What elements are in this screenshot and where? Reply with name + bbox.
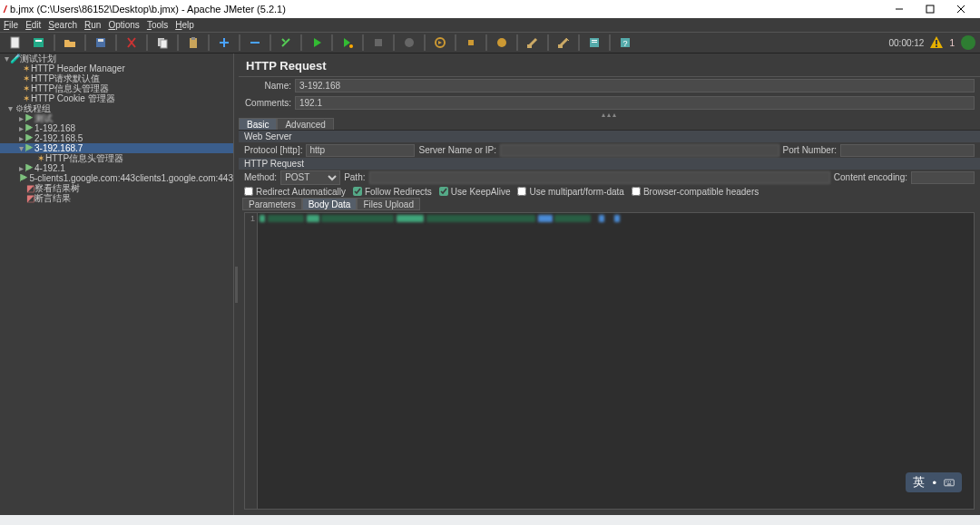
svg-point-16: [349, 44, 353, 48]
name-label: Name:: [244, 81, 291, 91]
cb-keepalive[interactable]: Use KeepAlive: [439, 187, 511, 197]
method-label: Method:: [244, 172, 277, 182]
port-input[interactable]: [840, 144, 975, 157]
warning-icon[interactable]: [929, 35, 944, 50]
tab-body-data[interactable]: Body Data: [302, 198, 358, 210]
collapse-button[interactable]: [243, 33, 267, 53]
clear-all-button[interactable]: [552, 33, 575, 53]
svg-rect-5: [34, 38, 44, 47]
body-data-editor[interactable]: 1: [244, 212, 975, 510]
cb-multipart[interactable]: Use multipart/form-data: [517, 187, 623, 197]
svg-point-18: [405, 38, 414, 47]
close-button[interactable]: [946, 0, 976, 18]
encoding-input[interactable]: [911, 171, 975, 184]
listener-icon: ◩: [25, 183, 34, 193]
line-gutter: 1: [245, 213, 258, 509]
remote-start-button[interactable]: [428, 33, 452, 53]
config-icon: ✶: [22, 63, 31, 73]
menu-file[interactable]: File: [4, 20, 18, 30]
window-title: b.jmx (C:\Users\86152\Desktop\b.jmx) - A…: [10, 4, 286, 15]
maximize-button[interactable]: [915, 0, 946, 18]
svg-rect-25: [592, 40, 597, 41]
toggle-button[interactable]: [274, 33, 298, 53]
menu-edit[interactable]: Edit: [25, 20, 41, 30]
app-logo-icon: /: [4, 4, 6, 15]
svg-rect-6: [35, 40, 42, 42]
open-button[interactable]: [58, 33, 82, 53]
body-tabs: Parameters Body Data Files Upload: [239, 198, 980, 210]
function-helper-button[interactable]: ?: [613, 33, 637, 53]
ime-lang: 英: [913, 474, 925, 491]
svg-point-31: [961, 35, 975, 50]
search-tree-button[interactable]: [583, 33, 606, 53]
protocol-input[interactable]: [306, 144, 415, 157]
ime-indicator[interactable]: 英 •: [906, 472, 962, 492]
menu-run[interactable]: Run: [84, 20, 101, 30]
section-web-server: Web Server: [239, 131, 980, 142]
expand-button[interactable]: [212, 33, 236, 53]
remote-stop-button[interactable]: [459, 33, 483, 53]
start-no-pause-button[interactable]: [336, 33, 359, 53]
tab-basic[interactable]: Basic: [239, 118, 277, 130]
paste-button[interactable]: [181, 33, 205, 53]
editor-title: HTTP Request: [239, 53, 980, 77]
cb-follow-redirects[interactable]: Follow Redirects: [353, 187, 432, 197]
basic-advanced-tabs: Basic Advanced: [239, 118, 980, 131]
cb-redirect-auto[interactable]: Redirect Automatically: [244, 187, 346, 197]
tab-files-upload[interactable]: Files Upload: [357, 198, 420, 210]
port-label: Port Number:: [783, 145, 837, 155]
main-panel: ▾🧪测试计划 ✶HTTP Header Manager ✶HTTP请求默认值 ✶…: [0, 53, 980, 515]
toolbar: ? 00:00:12 1: [0, 32, 980, 53]
svg-rect-12: [191, 37, 195, 40]
cut-button[interactable]: [120, 33, 143, 53]
test-plan-tree[interactable]: ▾🧪测试计划 ✶HTTP Header Manager ✶HTTP请求默认值 ✶…: [0, 53, 234, 515]
comments-input[interactable]: 192.1: [295, 96, 975, 110]
svg-rect-32: [945, 480, 955, 486]
svg-rect-26: [592, 42, 597, 43]
save-button[interactable]: [89, 33, 113, 53]
section-http-request: HTTP Request: [239, 158, 980, 170]
menu-help[interactable]: Help: [175, 20, 194, 30]
title-bar: / b.jmx (C:\Users\86152\Desktop\b.jmx) -…: [0, 0, 980, 18]
config-icon: ✶: [22, 73, 31, 83]
clear-button[interactable]: [521, 33, 544, 53]
tab-parameters[interactable]: Parameters: [242, 198, 302, 210]
stop-button[interactable]: [367, 33, 390, 53]
svg-rect-8: [98, 39, 103, 42]
menu-tools[interactable]: Tools: [147, 20, 168, 30]
editor-panel: HTTP Request Name: 3-192.168 Comments: 1…: [239, 53, 980, 515]
name-input[interactable]: 3-192.168: [295, 79, 975, 92]
encoding-label: Content encoding:: [834, 172, 907, 182]
comments-label: Comments:: [244, 98, 291, 108]
body-text-line: [260, 214, 970, 223]
svg-rect-4: [11, 37, 19, 48]
listener-icon: ◩: [25, 193, 34, 203]
sampler-icon: ⯈: [25, 143, 34, 153]
templates-button[interactable]: [27, 33, 51, 53]
menu-options[interactable]: Options: [108, 20, 139, 30]
svg-point-35: [950, 481, 951, 482]
svg-rect-22: [527, 44, 532, 48]
shutdown-button[interactable]: [397, 33, 421, 53]
new-button[interactable]: [4, 33, 27, 53]
menu-search[interactable]: Search: [48, 20, 77, 30]
start-button[interactable]: [305, 33, 328, 53]
server-input[interactable]: [500, 144, 779, 157]
method-select[interactable]: POST: [280, 170, 340, 185]
remote-shutdown-button[interactable]: [490, 33, 514, 53]
svg-rect-10: [161, 40, 167, 48]
svg-rect-30: [936, 45, 937, 47]
svg-point-34: [948, 481, 949, 482]
tab-advanced[interactable]: Advanced: [277, 118, 333, 130]
copy-button[interactable]: [151, 33, 174, 53]
drag-handle-icon[interactable]: ▴▴▴: [239, 112, 980, 118]
svg-rect-29: [936, 40, 937, 44]
cb-browser-headers[interactable]: Browser-compatible headers: [632, 187, 759, 197]
sampler-icon: ⯈: [25, 133, 34, 143]
path-input[interactable]: [369, 171, 830, 184]
path-label: Path:: [344, 172, 365, 182]
ime-dot-icon: •: [932, 476, 936, 490]
minimize-button[interactable]: [884, 0, 915, 18]
sampler-icon: ⯈: [25, 123, 34, 133]
svg-text:?: ?: [622, 39, 627, 48]
